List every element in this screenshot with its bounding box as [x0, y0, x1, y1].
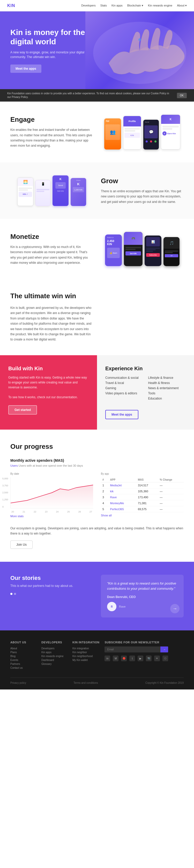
exp-item-health[interactable]: Health & fitness	[148, 380, 186, 385]
exp-item-tools[interactable]: Tools	[148, 391, 186, 396]
stories-section: Our stories This is what our partners ha…	[0, 562, 194, 631]
nav-rewards[interactable]: Kin rewards engine	[148, 4, 172, 7]
footer-contact[interactable]: Contact us	[10, 666, 36, 670]
footer-about[interactable]: About	[10, 647, 36, 650]
hero-text: Kin is money for the digital world A new…	[10, 28, 93, 73]
footer-developers[interactable]: Developers	[41, 647, 67, 650]
x-label-26: 26	[78, 510, 81, 513]
exp-item-comm[interactable]: Communication & social	[105, 375, 143, 380]
linkedin-icon[interactable]: in	[105, 655, 110, 661]
table-row: 4 MonkeyMe 71,081 —	[101, 500, 184, 506]
cell-app[interactable]: Rave	[109, 494, 136, 500]
nav-kin-apps[interactable]: Kin apps	[112, 4, 123, 7]
cell-change: —	[158, 488, 184, 494]
cell-rank: 3	[101, 494, 109, 500]
github-icon[interactable]: ⬡	[162, 655, 168, 661]
footer-col3-title: Kin Integration	[72, 641, 99, 644]
next-story-button[interactable]: →	[170, 604, 180, 613]
line-chart-section: By date 5,000 3,750 2,500 1,250 0	[10, 472, 93, 518]
exp-item-travel[interactable]: Travel & local	[105, 380, 143, 385]
mas-link[interactable]: Users	[10, 464, 18, 467]
experience-list1: Communication & social Travel & local Ga…	[105, 375, 143, 396]
experience-list2: Lifestyle & finance Health & fitness New…	[148, 375, 186, 401]
ultimate-col1: Kin is built, grown and governed by us, …	[10, 305, 92, 342]
hero-cta-button[interactable]: Meet the apps	[10, 64, 41, 73]
grow-layout: Grow There is an entire ecosystem of app…	[10, 176, 184, 206]
reddit-icon[interactable]: 🔴	[121, 655, 127, 661]
monetize-layout: Monetize Kin is a cryptocurrency. With o…	[10, 232, 184, 266]
hero-title: Kin is money for the digital world	[10, 28, 93, 46]
footer-col-integration: Kin Integration Kin integration Kin neig…	[72, 641, 99, 670]
engage-phones: App 👥 Profile KIN	[101, 115, 184, 150]
exp-item-news[interactable]: News & entertainment	[148, 385, 186, 391]
footer-dashboard[interactable]: Dashboard	[41, 658, 67, 662]
meet-apps-button[interactable]: Meet the apps	[105, 410, 139, 419]
footer-glossary[interactable]: Glossary	[41, 662, 67, 666]
cell-app[interactable]: Perfect365	[109, 506, 136, 512]
build-section: Build with Kin Getting started with Kin …	[0, 355, 97, 430]
cookie-banner: Kin Foundation uses cookies in order to …	[0, 89, 194, 101]
more-stats-link[interactable]: More stats	[10, 515, 24, 518]
nav-stats[interactable]: Stats	[101, 4, 107, 7]
newsletter-email-input[interactable]	[105, 647, 160, 652]
cell-rank: 2	[101, 488, 109, 494]
exp-item-edu[interactable]: Education	[148, 396, 186, 401]
footer-col1-title: About Us	[10, 641, 36, 644]
story-dots	[10, 593, 93, 595]
footer-wallet[interactable]: My Kin wallet	[72, 658, 99, 662]
cell-app[interactable]: MonkeyMe	[109, 500, 136, 506]
cell-mas: 314,517	[136, 482, 158, 488]
youtube-icon[interactable]: ▶	[138, 655, 143, 661]
nav-blockchain[interactable]: Blockchain ▾	[127, 4, 143, 7]
footer-privacy[interactable]: Privacy policy	[10, 681, 26, 684]
exp-item-video[interactable]: Video players & editors	[105, 391, 143, 396]
experience-title: Experience Kin	[105, 366, 186, 372]
ultimate-cols: Kin is built, grown and governed by us, …	[10, 305, 184, 342]
medium-icon[interactable]: M	[113, 655, 118, 661]
cell-app[interactable]: MediaJet	[109, 482, 136, 488]
x-label-21: 21	[23, 510, 25, 513]
footer-plans[interactable]: Plans	[10, 650, 36, 654]
story-dot-1[interactable]	[10, 593, 12, 595]
monetize-phones: Balance 2,450 KIN 💰 Earn 🎮	[101, 232, 184, 266]
nav-about[interactable]: About ▾	[177, 4, 187, 7]
twitter-icon[interactable]: t	[129, 655, 135, 661]
show-all-link[interactable]: Show all	[101, 514, 112, 517]
footer-terms[interactable]: Terms and conditions	[73, 681, 98, 684]
grow-text: Grow There is an entire ecosystem of app…	[101, 177, 184, 205]
exp-item-lifestyle[interactable]: Lifestyle & finance	[148, 375, 186, 380]
footer-neighbor[interactable]: Kin neighbor	[72, 650, 99, 654]
logo[interactable]: KIN	[7, 3, 15, 8]
footer-integration[interactable]: Kin integration	[72, 647, 99, 650]
experience-col1: Communication & social Travel & local Ga…	[105, 375, 143, 401]
nav-developers[interactable]: Developers	[81, 4, 96, 7]
grow-title: Grow	[101, 177, 184, 185]
footer-blog[interactable]: Blog	[10, 654, 36, 658]
join-us-button[interactable]: Join Us	[10, 540, 33, 549]
cookie-ok-button[interactable]: OK	[177, 93, 187, 98]
footer-col-dev: Developers Developers Kin apps Kin rewar…	[41, 641, 67, 670]
get-started-button[interactable]: Get started	[8, 405, 37, 414]
y-label-0: 0	[2, 505, 8, 508]
telegram-icon[interactable]: ✈	[154, 655, 160, 661]
cta-row: Build with Kin Getting started with Kin …	[0, 355, 194, 430]
instagram-icon[interactable]: 📷	[146, 655, 152, 661]
exp-item-gaming[interactable]: Gaming	[105, 385, 143, 391]
monetize-body: Kin is a cryptocurrency. With only so mu…	[10, 244, 93, 266]
footer-rewards[interactable]: Kin rewards engine	[41, 654, 67, 658]
build-body: Getting started with Kin is easy. Gettin…	[8, 375, 89, 400]
engage-title: Engage	[10, 116, 93, 124]
cell-change: —	[158, 482, 184, 488]
footer-events[interactable]: Events	[10, 658, 36, 662]
engage-layout: Engage Kin enables the free and instant …	[10, 115, 184, 150]
cell-app[interactable]: kik	[109, 488, 136, 494]
cell-mas: 173,490	[136, 494, 158, 500]
footer-neighborhood[interactable]: Kin neighborhood	[72, 654, 99, 658]
chart-right-label: By app	[101, 472, 184, 475]
cell-mas: 71,081	[136, 500, 158, 506]
footer-bottom: Privacy policy Terms and conditions Copy…	[10, 678, 184, 684]
newsletter-submit-button[interactable]: →	[160, 647, 168, 652]
footer-kin-apps[interactable]: Kin apps	[41, 650, 67, 654]
story-dot-2[interactable]	[14, 593, 16, 595]
footer-partners[interactable]: Partners	[10, 662, 36, 666]
